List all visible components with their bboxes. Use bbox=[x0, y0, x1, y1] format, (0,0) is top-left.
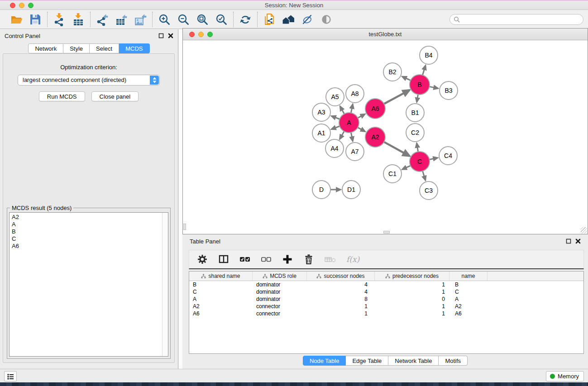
tab-style[interactable]: Style bbox=[63, 43, 90, 53]
table-cell[interactable]: A6 bbox=[449, 310, 488, 317]
minimize-network-button[interactable] bbox=[198, 32, 204, 37]
tab-mcds[interactable]: MCDS bbox=[119, 43, 149, 53]
zoom-fit-icon[interactable] bbox=[196, 13, 209, 26]
deselect-all-columns-icon[interactable] bbox=[260, 253, 272, 265]
split-table-icon[interactable] bbox=[218, 253, 229, 265]
graph-node-C4[interactable]: C4 bbox=[439, 147, 457, 165]
new-network-from-selection-icon[interactable] bbox=[263, 13, 276, 26]
tab-motifs[interactable]: Motifs bbox=[439, 356, 468, 366]
graph-edge-B-B3[interactable] bbox=[430, 86, 438, 88]
refresh-layout-icon[interactable] bbox=[239, 13, 252, 26]
table-cell[interactable]: connector bbox=[253, 303, 307, 310]
graph-node-A4[interactable]: A4 bbox=[325, 139, 344, 157]
graph-edge-A-A3[interactable] bbox=[331, 116, 339, 119]
table-cell[interactable]: A2 bbox=[189, 303, 253, 310]
table-cell[interactable]: B bbox=[189, 281, 253, 288]
graph-edge-A-A8[interactable] bbox=[351, 105, 353, 113]
table-cell[interactable]: 4 bbox=[307, 281, 375, 288]
column-header-predecessor-nodes[interactable]: predecessor nodes bbox=[375, 272, 449, 281]
table-cell[interactable]: B bbox=[449, 281, 488, 288]
close-panel-button[interactable]: Close panel bbox=[91, 91, 139, 101]
table-cell[interactable]: 1 bbox=[375, 288, 449, 295]
graph-edge-A-A6[interactable] bbox=[358, 114, 365, 118]
zoom-network-button[interactable] bbox=[207, 32, 213, 37]
save-session-icon[interactable] bbox=[29, 13, 42, 26]
table-cell[interactable]: 1 bbox=[307, 303, 375, 310]
table-row[interactable]: Bdominator41B bbox=[189, 281, 583, 288]
table-cell[interactable]: 1 bbox=[375, 281, 449, 288]
close-panel-icon[interactable] bbox=[168, 33, 173, 38]
graph-node-B1[interactable]: B1 bbox=[406, 104, 424, 122]
float-panel-icon[interactable] bbox=[566, 238, 571, 244]
table-cell[interactable]: dominator bbox=[253, 295, 307, 303]
column-header-successor-nodes[interactable]: successor nodes bbox=[307, 272, 375, 281]
graph-edge-A6-B[interactable] bbox=[384, 90, 409, 104]
result-scrollbar[interactable] bbox=[162, 213, 168, 356]
table-cell[interactable]: 1 bbox=[307, 310, 375, 317]
resize-grip-icon[interactable] bbox=[581, 227, 587, 234]
graph-edge-A-A5[interactable] bbox=[340, 106, 344, 114]
graph-node-A5[interactable]: A5 bbox=[326, 88, 344, 106]
table-settings-gear-icon[interactable] bbox=[196, 253, 208, 265]
search-input[interactable] bbox=[462, 16, 579, 23]
graph-node-A2[interactable]: A2 bbox=[365, 127, 385, 147]
table-cell[interactable]: 1 bbox=[375, 310, 449, 317]
result-item[interactable]: B bbox=[12, 228, 168, 235]
zoom-in-icon[interactable] bbox=[158, 13, 171, 26]
select-all-columns-icon[interactable] bbox=[239, 253, 251, 265]
graph-node-B2[interactable]: B2 bbox=[383, 63, 402, 81]
graph-node-C3[interactable]: C3 bbox=[420, 181, 438, 200]
export-image-icon[interactable] bbox=[134, 13, 147, 26]
table-cell[interactable]: dominator bbox=[253, 288, 307, 295]
table-cell[interactable]: A bbox=[449, 295, 488, 303]
graph-edge-A-A1[interactable] bbox=[331, 126, 339, 129]
export-table-icon[interactable] bbox=[115, 13, 128, 26]
tab-edge-table[interactable]: Edge Table bbox=[346, 356, 388, 366]
minimize-window-button[interactable] bbox=[19, 3, 24, 8]
graph-edge-C-C2[interactable] bbox=[417, 143, 418, 152]
import-table-icon[interactable] bbox=[72, 13, 85, 26]
graph-edge-C-C4[interactable] bbox=[430, 158, 438, 160]
import-network-icon[interactable] bbox=[53, 13, 66, 26]
close-panel-icon[interactable] bbox=[575, 238, 581, 244]
table-cell[interactable]: connector bbox=[253, 310, 307, 317]
close-network-button[interactable] bbox=[189, 32, 195, 37]
table-cell[interactable]: C bbox=[189, 288, 253, 295]
graph-edge-B-B4[interactable] bbox=[422, 66, 425, 75]
graph-edge-A-A2[interactable] bbox=[358, 128, 365, 132]
table-cell[interactable]: 8 bbox=[307, 295, 375, 303]
home-icon[interactable] bbox=[282, 13, 295, 26]
graph-node-C1[interactable]: C1 bbox=[383, 165, 402, 183]
graph-node-A7[interactable]: A7 bbox=[346, 143, 364, 161]
graph-node-B[interactable]: B bbox=[410, 75, 430, 95]
graph-node-A3[interactable]: A3 bbox=[312, 103, 330, 121]
table-cell[interactable]: A bbox=[189, 295, 253, 303]
hide-graphics-details-icon[interactable] bbox=[301, 13, 314, 26]
graph-node-C[interactable]: C bbox=[410, 152, 430, 172]
close-window-button[interactable] bbox=[10, 3, 15, 8]
graph-edge-B-B1[interactable] bbox=[417, 95, 418, 102]
graph-edge-A2-C[interactable] bbox=[384, 142, 409, 156]
create-column-plus-icon[interactable] bbox=[282, 253, 293, 265]
column-header-shared-name[interactable]: shared name bbox=[189, 272, 253, 281]
result-item[interactable]: A2 bbox=[12, 214, 168, 221]
node-table[interactable]: shared nameMCDS rolesuccessor nodesprede… bbox=[189, 271, 584, 354]
tab-network[interactable]: Network bbox=[28, 43, 63, 53]
result-item[interactable]: A6 bbox=[12, 243, 168, 250]
show-panels-list-button[interactable] bbox=[4, 371, 17, 381]
float-panel-icon[interactable] bbox=[158, 33, 164, 38]
birds-eye-view-icon[interactable] bbox=[320, 13, 333, 26]
graph-edge-A-A4[interactable] bbox=[340, 131, 344, 139]
graph-node-B4[interactable]: B4 bbox=[420, 46, 438, 64]
delete-column-trash-icon[interactable] bbox=[303, 253, 315, 265]
zoom-out-icon[interactable] bbox=[177, 13, 190, 26]
table-row[interactable]: Cdominator41C bbox=[189, 288, 583, 295]
table-cell[interactable]: 4 bbox=[307, 288, 375, 295]
run-mcds-button[interactable]: Run MCDS bbox=[39, 91, 85, 101]
column-header-name[interactable]: name bbox=[449, 272, 488, 281]
graph-node-D1[interactable]: D1 bbox=[342, 181, 360, 199]
table-row[interactable]: Adominator80A bbox=[189, 295, 583, 303]
zoom-selected-icon[interactable] bbox=[215, 13, 228, 26]
graph-edge-C-C1[interactable] bbox=[402, 166, 411, 169]
result-item[interactable]: A bbox=[12, 221, 168, 228]
